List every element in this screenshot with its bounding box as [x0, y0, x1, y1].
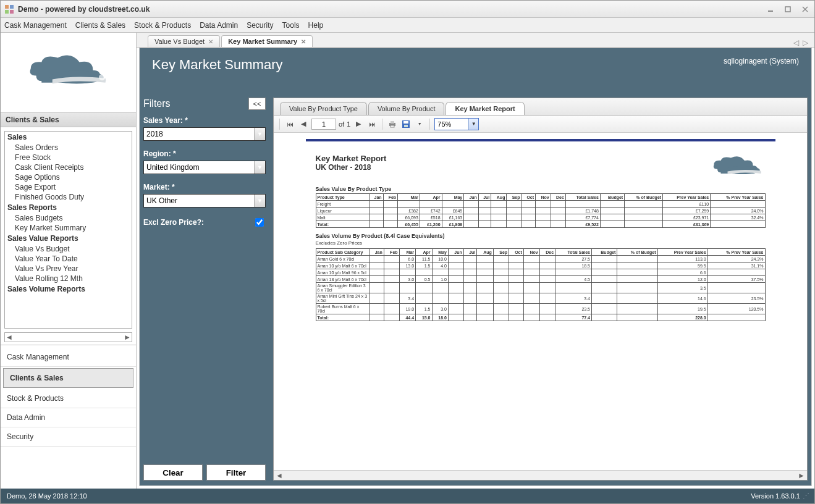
section-volume-title: Sales Volume By Product (8.4l Case Equiv…	[316, 233, 766, 239]
report-panel: Value By Product Type Volume By Product …	[273, 98, 808, 481]
zoom-combo[interactable]: ▼	[434, 118, 479, 130]
nav-item-value-vs-prev-year[interactable]: Value Vs Prev Year	[5, 264, 132, 274]
nav-modules: Cask Management Clients & Sales Stock & …	[1, 345, 136, 449]
report-page: Key Market Report UK Other - 2018 Sales …	[306, 139, 775, 334]
zoom-input[interactable]	[435, 119, 468, 130]
nav-group-sales: Sales	[5, 132, 132, 143]
value-by-type-table: Product TypeJanFebMarAprMayJunJulAugSepO…	[316, 193, 766, 228]
window-titlebar: Demo - powered by cloudstreet.co.uk	[1, 1, 814, 18]
close-button[interactable]	[800, 5, 811, 14]
clear-button[interactable]: Clear	[143, 464, 203, 481]
app-icon	[4, 4, 14, 14]
market-combo[interactable]: ▼	[143, 194, 266, 208]
nav-item-key-market-summary[interactable]: Key Market Summary	[5, 223, 132, 233]
menu-clients-sales[interactable]: Clients & Sales	[75, 21, 125, 30]
last-page-icon[interactable]: ⏭	[366, 119, 378, 130]
nav-item-finished-goods-duty[interactable]: Finished Goods Duty	[5, 192, 132, 202]
minimize-button[interactable]	[765, 5, 776, 14]
volume-by-product-table: Product Sub CategoryJanFebMarAprMayJunJu…	[316, 248, 766, 321]
menubar: Cask Management Clients & Sales Stock & …	[1, 18, 814, 33]
filter-button[interactable]: Filter	[206, 464, 266, 481]
menu-cask-management[interactable]: Cask Management	[4, 21, 67, 30]
tab-close-icon[interactable]: ✕	[301, 38, 306, 45]
module-cask-management[interactable]: Cask Management	[1, 348, 136, 367]
nav-item-value-rolling-12[interactable]: Value Rolling 12 Mth	[5, 274, 132, 284]
region-combo[interactable]: ▼	[143, 161, 266, 174]
chevron-down-icon[interactable]: ▼	[254, 161, 265, 174]
maximize-button[interactable]	[782, 5, 793, 14]
menu-data-admin[interactable]: Data Admin	[200, 21, 238, 30]
page-total-label: 1	[347, 120, 350, 128]
nav-item-sales-budgets[interactable]: Sales Budgets	[5, 213, 132, 223]
menu-help[interactable]: Help	[308, 21, 324, 30]
tab-close-icon[interactable]: ✕	[208, 38, 213, 45]
sales-year-combo[interactable]: ▼	[143, 127, 266, 141]
nav-item-sage-options[interactable]: Sage Options	[5, 172, 132, 182]
filters-title: Filters	[143, 98, 171, 109]
first-page-icon[interactable]: ⏮	[284, 119, 295, 130]
chevron-down-icon[interactable]: ▼	[254, 195, 265, 207]
chevron-down-icon[interactable]: ▼	[254, 128, 265, 140]
tab-label: Value Vs Budget	[154, 38, 205, 45]
menu-stock-products[interactable]: Stock & Products	[134, 21, 191, 30]
page-title: Key Market Summary	[152, 57, 283, 73]
nav-item-cask-client-receipts[interactable]: Cask Client Receipts	[5, 162, 132, 172]
svg-rect-2	[5, 10, 9, 14]
subtab-key-market-report[interactable]: Key Market Report	[446, 102, 524, 115]
svg-rect-12	[391, 125, 394, 127]
subtab-value-by-product-type[interactable]: Value By Product Type	[280, 102, 367, 115]
tab-prev-icon[interactable]: ◁	[793, 38, 799, 47]
market-input[interactable]	[144, 195, 254, 207]
nav-tree-hscroll[interactable]: ◄►	[4, 332, 132, 342]
report-title: Key Market Report	[316, 154, 387, 163]
scroll-left-icon[interactable]: ◄	[275, 471, 284, 480]
menu-security[interactable]: Security	[247, 21, 273, 30]
nav-item-sales-orders[interactable]: Sales Orders	[5, 143, 132, 153]
svg-rect-14	[403, 121, 408, 124]
save-dropdown-icon[interactable]: ▼	[414, 119, 425, 130]
module-stock-products[interactable]: Stock & Products	[1, 389, 136, 408]
module-data-admin[interactable]: Data Admin	[1, 408, 136, 427]
cloud-logo-icon	[22, 51, 115, 94]
svg-rect-5	[785, 7, 790, 12]
filters-panel: Filters << Sales Year: * ▼ Region: *	[140, 98, 269, 484]
region-input[interactable]	[144, 161, 254, 174]
resize-grip-icon[interactable]: ⋰	[802, 492, 808, 500]
chevron-down-icon[interactable]: ▼	[468, 119, 478, 130]
page-number-input[interactable]	[311, 119, 336, 130]
nav-item-sage-export[interactable]: Sage Export	[5, 182, 132, 192]
report-viewport[interactable]: Key Market Report UK Other - 2018 Sales …	[274, 133, 807, 470]
scroll-right-icon[interactable]: ►	[797, 471, 806, 480]
module-security[interactable]: Security	[1, 427, 136, 447]
collapse-filters-button[interactable]: <<	[248, 98, 266, 110]
tab-label: Key Market Summary	[228, 38, 297, 45]
report-subtitle: UK Other - 2018	[316, 163, 387, 172]
save-icon[interactable]	[400, 119, 412, 130]
tab-value-vs-budget[interactable]: Value Vs Budget ✕	[148, 35, 220, 47]
document-tabs: Value Vs Budget ✕ Key Market Summary ✕ ◁…	[137, 33, 814, 48]
sales-year-input[interactable]	[144, 128, 254, 140]
tab-next-icon[interactable]: ▷	[803, 38, 808, 47]
page-of-label: of	[339, 120, 344, 128]
nav-tree[interactable]: Sales Sales Orders Free Stock Cask Clien…	[4, 131, 132, 329]
tab-key-market-summary[interactable]: Key Market Summary ✕	[221, 35, 313, 47]
next-page-icon[interactable]: ▶	[353, 119, 364, 130]
status-left: Demo, 28 May 2018 12:10	[7, 492, 87, 500]
module-clients-sales[interactable]: Clients & Sales	[3, 368, 133, 388]
page-header: Key Market Summary sqlloginagent (System…	[140, 48, 811, 98]
market-label: Market: *	[143, 183, 266, 191]
print-icon[interactable]	[387, 119, 398, 130]
status-bar: Demo, 28 May 2018 12:10 Version 1.63.0.1…	[1, 489, 814, 503]
subtab-volume-by-product[interactable]: Volume By Product	[368, 102, 445, 115]
excl-zero-checkbox[interactable]	[255, 218, 264, 227]
report-hscroll[interactable]: ◄►	[274, 470, 807, 480]
nav-item-free-stock[interactable]: Free Stock	[5, 153, 132, 162]
nav-group-sales-reports: Sales Reports	[5, 202, 132, 213]
sales-year-label: Sales Year: *	[143, 116, 266, 125]
logo-area	[1, 33, 136, 113]
prev-page-icon[interactable]: ◀	[298, 119, 309, 130]
menu-tools[interactable]: Tools	[282, 21, 300, 30]
nav-item-value-vs-budget[interactable]: Value Vs Budget	[5, 244, 132, 254]
region-label: Region: *	[143, 149, 266, 158]
nav-item-value-ytd[interactable]: Value Year To Date	[5, 254, 132, 264]
